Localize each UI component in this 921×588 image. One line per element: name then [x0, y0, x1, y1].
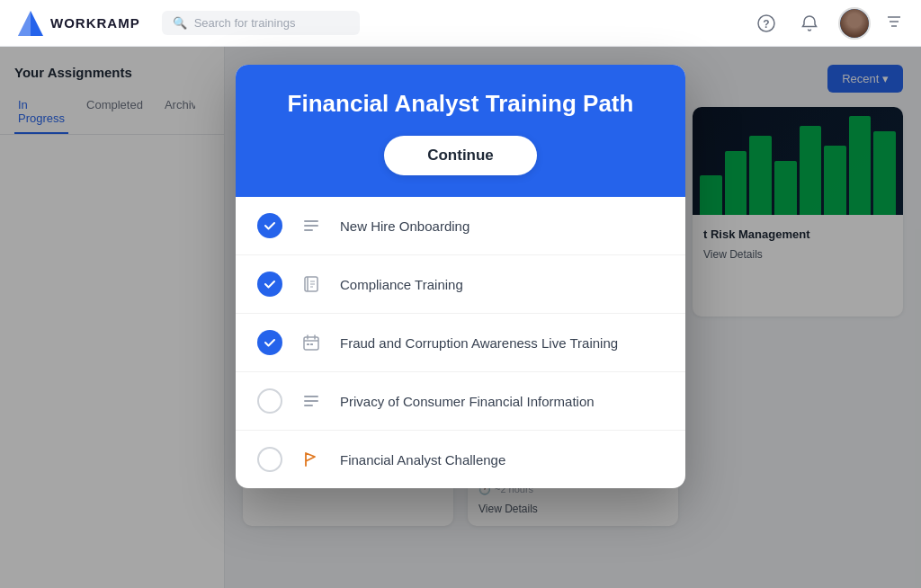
training-item-new-hire: New Hire Onboarding — [236, 197, 685, 255]
logo-area: WORKRAMP — [18, 11, 140, 36]
svg-rect-21 — [307, 343, 309, 345]
modal-title: Financial Analyst Training Path — [264, 90, 657, 118]
workramp-logo-icon — [18, 11, 43, 36]
help-icon-button[interactable]: ? — [752, 9, 781, 38]
svg-rect-16 — [304, 220, 318, 222]
training-item-fraud: Fraud and Corruption Awareness Live Trai… — [236, 314, 685, 372]
list-icon-new-hire — [297, 211, 326, 240]
svg-rect-23 — [304, 396, 318, 397]
item-label-compliance: Compliance Training — [340, 277, 664, 292]
item-label-challenge: Financial Analyst Challenge — [340, 452, 664, 468]
modal-body: New Hire Onboarding — [236, 197, 685, 488]
check-circle-compliance — [257, 272, 282, 297]
training-path-modal: Financial Analyst Training Path Continue — [236, 65, 685, 488]
svg-text:?: ? — [763, 18, 769, 31]
filter-icon[interactable] — [885, 13, 903, 34]
training-item-compliance: Compliance Training — [236, 255, 685, 314]
flag-icon-challenge — [297, 445, 326, 474]
svg-rect-25 — [304, 405, 313, 406]
item-label-fraud: Fraud and Corruption Awareness Live Trai… — [340, 335, 664, 351]
svg-rect-24 — [304, 400, 318, 402]
search-icon: 🔍 — [173, 16, 187, 30]
check-circle-new-hire — [257, 213, 282, 238]
search-bar[interactable]: 🔍 Search for trainings — [162, 11, 360, 35]
app-name: WORKRAMP — [50, 15, 140, 31]
svg-rect-22 — [310, 343, 313, 345]
svg-rect-18 — [304, 229, 313, 231]
check-circle-fraud — [257, 330, 282, 355]
avatar[interactable] — [838, 7, 871, 40]
calendar-icon-fraud — [297, 328, 326, 357]
book-icon-compliance — [297, 270, 326, 298]
top-nav: WORKRAMP 🔍 Search for trainings ? — [0, 0, 921, 47]
search-input-placeholder: Search for trainings — [194, 16, 296, 30]
item-label-privacy: Privacy of Consumer Financial Informatio… — [340, 394, 664, 409]
modal-header: Financial Analyst Training Path Continue — [236, 65, 685, 197]
empty-circle-privacy — [257, 388, 282, 414]
training-item-privacy: Privacy of Consumer Financial Informatio… — [236, 372, 685, 431]
svg-rect-17 — [304, 225, 318, 227]
continue-button[interactable]: Continue — [384, 136, 537, 175]
modal-overlay[interactable]: Financial Analyst Training Path Continue — [0, 47, 921, 588]
empty-circle-challenge — [257, 447, 282, 472]
list-icon-privacy — [297, 387, 326, 415]
nav-right: ? — [752, 7, 903, 40]
training-item-challenge: Financial Analyst Challenge — [236, 431, 685, 488]
notification-bell-icon[interactable] — [795, 9, 824, 38]
main-layout: Your Assignments In Progress Completed A… — [0, 47, 921, 588]
item-label-new-hire: New Hire Onboarding — [340, 218, 664, 234]
